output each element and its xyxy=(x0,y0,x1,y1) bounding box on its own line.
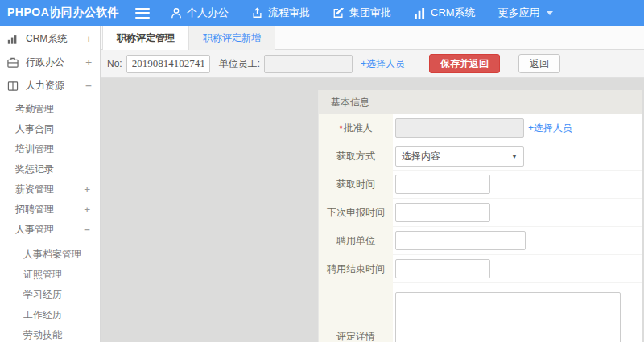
field-label: 评定详情 xyxy=(319,283,393,342)
sidebar-item-recruitment[interactable]: 招聘管理 + xyxy=(0,200,100,220)
toolbar: No: 单位员工: +选择人员 保存并返回 返回 xyxy=(101,50,644,78)
sidebar-item-label: 行政办公 xyxy=(26,56,85,69)
nav-label: 集团审批 xyxy=(349,6,391,20)
sidebar-item-personnel-files[interactable]: 人事档案管理 xyxy=(14,245,100,265)
employ-unit-input[interactable] xyxy=(395,231,526,250)
book-icon xyxy=(7,81,19,91)
collapse-toggle[interactable]: − xyxy=(84,220,90,240)
selected-option: 选择内容 xyxy=(402,150,511,163)
no-input[interactable] xyxy=(126,55,210,73)
caret-down-icon xyxy=(547,11,553,15)
nav-crm-system[interactable]: CRM系统 xyxy=(414,6,476,20)
sidebar-item-attendance[interactable]: 考勤管理 xyxy=(0,99,100,119)
nav-more-apps[interactable]: 更多应用 xyxy=(498,6,553,20)
nav-label: 个人办公 xyxy=(187,6,229,20)
evaluation-detail-textarea[interactable] xyxy=(395,292,621,342)
required-marker: * xyxy=(339,123,343,134)
field-label: 聘用单位 xyxy=(319,227,393,255)
acquire-time-input[interactable] xyxy=(395,175,490,194)
sidebar-item-hr[interactable]: 人力资源 − xyxy=(0,74,100,97)
panel-title: 基本信息 xyxy=(319,90,642,114)
acquire-method-select[interactable]: 选择内容 ▼ xyxy=(395,146,524,167)
sidebar-item-admin-office[interactable]: 行政办公 + xyxy=(0,51,100,74)
expand-toggle[interactable]: + xyxy=(84,179,90,200)
nav-label: 更多应用 xyxy=(498,6,540,20)
sidebar-item-label: CRM系统 xyxy=(26,32,85,46)
approver-select-person-link[interactable]: +选择人员 xyxy=(528,122,572,135)
sidebar-item-work-history[interactable]: 工作经历 xyxy=(14,305,100,325)
sidebar-item-education-history[interactable]: 学习经历 xyxy=(14,285,100,305)
form-row-evaluation-detail: 评定详情 xyxy=(319,283,642,342)
nav-workflow-approval[interactable]: 流程审批 xyxy=(251,6,310,20)
content-area: 基本信息 *批准人 +选择人员 获取方式 选择内容 ▼ xyxy=(101,78,644,342)
field-label: 获取时间 xyxy=(319,171,393,199)
field-label: 聘用结束时间 xyxy=(319,255,393,283)
crm-chart-icon xyxy=(414,8,426,19)
tab-title-evaluation-new[interactable]: 职称评定新增 xyxy=(189,26,275,50)
nav-label: 流程审批 xyxy=(268,6,310,20)
expand-toggle[interactable]: + xyxy=(85,33,92,45)
workflow-approve-icon xyxy=(251,7,263,19)
sidebar-item-certificates[interactable]: 证照管理 xyxy=(14,265,100,285)
sidebar-item-hr-contract[interactable]: 人事合同 xyxy=(0,119,100,139)
app-header: PHPOA协同办公软件 个人办公 流程审批 集团审批 xyxy=(0,0,644,26)
nav-group-approval[interactable]: 集团审批 xyxy=(332,6,391,20)
app-logo: PHPOA协同办公软件 xyxy=(0,6,129,20)
employee-input[interactable] xyxy=(264,55,353,73)
sidebar-item-crm[interactable]: CRM系统 + xyxy=(0,27,100,51)
sidebar-item-personnel[interactable]: 人事管理 − xyxy=(0,220,100,240)
select-person-link[interactable]: +选择人员 xyxy=(361,57,405,71)
form-row-employ-end-time: 聘用结束时间 xyxy=(319,255,642,283)
form-row-employ-unit: 聘用单位 xyxy=(319,227,642,255)
personnel-submenu: 人事档案管理 证照管理 学习经历 工作经历 劳动技能 社会关系 xyxy=(14,245,100,342)
save-and-return-button[interactable]: 保存并返回 xyxy=(429,54,500,73)
person-icon xyxy=(171,7,182,19)
briefcase-icon xyxy=(7,57,19,68)
hr-submenu: 考勤管理 人事合同 培训管理 奖惩记录 薪资管理 + 招聘管理 + 人事管理 − xyxy=(0,97,100,243)
employ-end-time-input[interactable] xyxy=(395,259,490,278)
expand-toggle[interactable]: + xyxy=(85,56,92,68)
nav-personal-office[interactable]: 个人办公 xyxy=(171,6,229,20)
collapse-toggle[interactable]: − xyxy=(85,80,92,92)
chart-bars-icon xyxy=(7,35,19,44)
basic-info-panel: 基本信息 *批准人 +选择人员 获取方式 选择内容 ▼ xyxy=(318,90,642,342)
field-label: 获取方式 xyxy=(319,142,393,171)
return-button[interactable]: 返回 xyxy=(518,54,560,73)
sidebar-item-salary[interactable]: 薪资管理 + xyxy=(0,179,100,200)
tab-title-evaluation-manage[interactable]: 职称评定管理 xyxy=(102,26,189,50)
group-approve-icon xyxy=(332,7,345,19)
hamburger-menu-icon[interactable] xyxy=(135,8,150,19)
field-label: *批准人 xyxy=(319,114,393,142)
next-apply-time-input[interactable] xyxy=(395,203,490,222)
nav-label: CRM系统 xyxy=(431,6,476,20)
sidebar-item-reward-punish[interactable]: 奖惩记录 xyxy=(0,159,100,179)
field-label: 下次申报时间 xyxy=(319,199,393,227)
form-row-approver: *批准人 +选择人员 xyxy=(319,114,642,142)
main-area: 职称评定管理 职称评定新增 No: 单位员工: +选择人员 保存并返回 返回 基… xyxy=(101,26,644,342)
approver-input[interactable] xyxy=(395,118,524,138)
no-label: No: xyxy=(107,58,122,69)
sidebar-item-training[interactable]: 培训管理 xyxy=(0,139,100,159)
form-row-acquire-time: 获取时间 xyxy=(319,171,642,199)
employee-label: 单位员工: xyxy=(219,57,260,71)
sidebar-item-label: 人力资源 xyxy=(26,79,85,93)
sidebar-item-labor-skills[interactable]: 劳动技能 xyxy=(14,325,100,342)
select-caret-icon: ▼ xyxy=(511,153,518,160)
tab-bar: 职称评定管理 职称评定新增 xyxy=(101,26,644,50)
form-row-next-apply-time: 下次申报时间 xyxy=(319,199,642,227)
form-row-acquire-method: 获取方式 选择内容 ▼ xyxy=(319,142,642,171)
expand-toggle[interactable]: + xyxy=(84,200,90,220)
sidebar: CRM系统 + 行政办公 + 人力资源 − 考勤管理 人事合同 培训管理 奖惩记… xyxy=(0,26,101,342)
